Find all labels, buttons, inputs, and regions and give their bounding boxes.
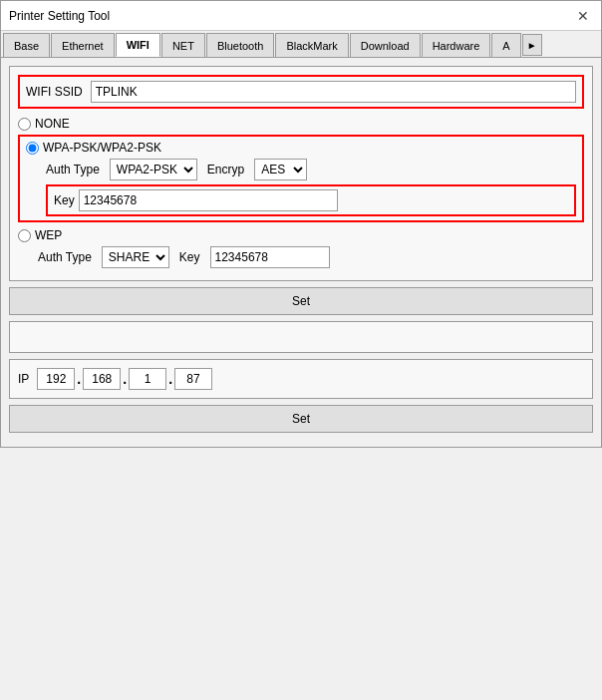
set-button-2[interactable]: Set bbox=[9, 405, 593, 433]
wep-auth-label: Auth Type bbox=[38, 250, 92, 264]
tab-nav-forward[interactable]: ► bbox=[522, 34, 542, 56]
ip-field-2[interactable] bbox=[83, 368, 121, 390]
ip-row: IP . . . bbox=[18, 368, 584, 390]
wep-radio[interactable] bbox=[18, 229, 31, 242]
set-btn2-container: Set bbox=[9, 405, 593, 433]
set-btn-container: Set bbox=[9, 287, 593, 315]
tab-blackmark[interactable]: BlackMark bbox=[275, 33, 348, 57]
tab-net[interactable]: NET bbox=[161, 33, 205, 57]
ip-field-3[interactable] bbox=[129, 368, 166, 390]
ip-field-4[interactable] bbox=[174, 368, 212, 390]
tab-hardware[interactable]: Hardware bbox=[422, 33, 491, 57]
set-button[interactable]: Set bbox=[9, 287, 593, 315]
tab-base[interactable]: Base bbox=[3, 33, 50, 57]
wpa-radio-row: WPA-PSK/WPA2-PSK bbox=[26, 141, 576, 155]
none-radio[interactable] bbox=[18, 118, 31, 131]
wpa-radio[interactable] bbox=[26, 142, 39, 155]
tab-download[interactable]: Download bbox=[350, 33, 421, 57]
wep-auth-select[interactable]: SHARE OPEN bbox=[102, 246, 169, 268]
main-window: Printer Setting Tool ✕ Base Ethernet WIF… bbox=[0, 0, 602, 448]
tab-bluetooth[interactable]: Bluetooth bbox=[206, 33, 274, 57]
key-label: Key bbox=[54, 193, 75, 207]
title-bar: Printer Setting Tool ✕ bbox=[1, 1, 601, 31]
encryp-select[interactable]: AES TKIP bbox=[254, 159, 307, 180]
ip-dot-1: . bbox=[77, 371, 81, 387]
wep-key-label: Key bbox=[179, 250, 200, 264]
ip-dot-3: . bbox=[168, 371, 172, 387]
window-title: Printer Setting Tool bbox=[9, 9, 110, 23]
wep-key-input[interactable] bbox=[210, 246, 330, 268]
wpa-label: WPA-PSK/WPA2-PSK bbox=[43, 141, 161, 155]
ip-section: IP . . . bbox=[9, 359, 593, 399]
wpa-box: WPA-PSK/WPA2-PSK Auth Type WPA2-PSK WPA-… bbox=[18, 135, 584, 222]
ssid-row: WIFI SSID bbox=[18, 75, 584, 109]
ip-field-1[interactable] bbox=[37, 368, 75, 390]
auth-encryp-row: Auth Type WPA2-PSK WPA-PSK Encryp AES TK… bbox=[46, 159, 576, 180]
none-label: NONE bbox=[35, 117, 70, 131]
encryp-label: Encryp bbox=[207, 163, 244, 176]
ssid-label: WIFI SSID bbox=[26, 85, 83, 99]
wep-radio-row: WEP bbox=[18, 228, 584, 242]
tab-bar: Base Ethernet WIFI NET Bluetooth BlackMa… bbox=[1, 31, 601, 58]
close-button[interactable]: ✕ bbox=[573, 6, 593, 26]
wep-auth-row: Auth Type SHARE OPEN Key bbox=[38, 246, 584, 268]
auth-type-label: Auth Type bbox=[46, 163, 100, 176]
ip-label: IP bbox=[18, 372, 29, 386]
tab-ethernet[interactable]: Ethernet bbox=[51, 33, 115, 57]
none-radio-row: NONE bbox=[18, 117, 584, 131]
auth-type-select[interactable]: WPA2-PSK WPA-PSK bbox=[110, 159, 197, 180]
empty-section-box bbox=[9, 321, 593, 353]
tab-a[interactable]: A bbox=[491, 33, 520, 57]
wifi-section-box: WIFI SSID NONE WPA-PSK/WPA2-PSK Auth Typ… bbox=[9, 66, 593, 281]
key-container: Key bbox=[46, 184, 576, 216]
tab-wifi[interactable]: WIFI bbox=[116, 33, 160, 57]
key-box: Key bbox=[46, 184, 576, 216]
wifi-content: WIFI SSID NONE WPA-PSK/WPA2-PSK Auth Typ… bbox=[1, 58, 601, 447]
ip-dot-2: . bbox=[123, 371, 127, 387]
ssid-input[interactable] bbox=[91, 81, 576, 103]
wpa-key-input[interactable] bbox=[79, 189, 338, 211]
wep-label: WEP bbox=[35, 228, 62, 242]
